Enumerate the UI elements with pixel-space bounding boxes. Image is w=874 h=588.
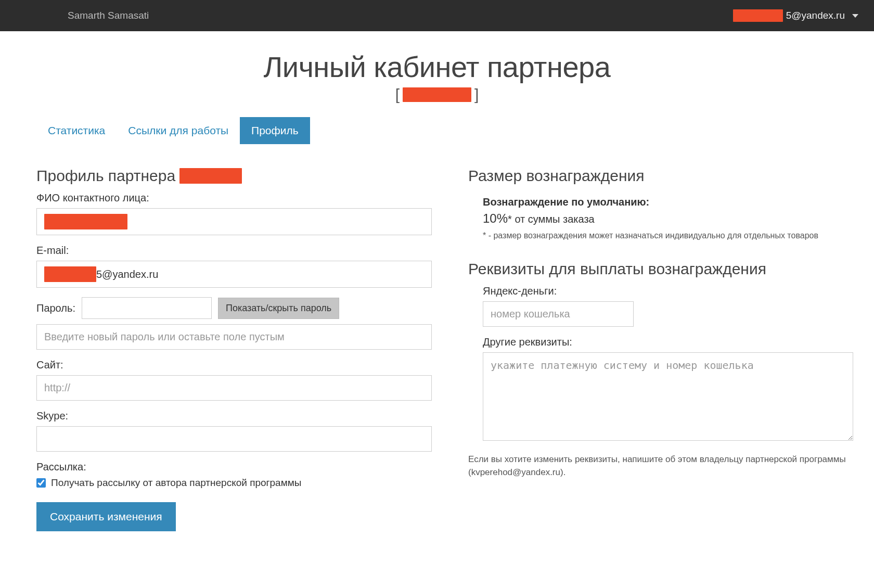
- profile-heading: Профиль партнера: [36, 167, 432, 185]
- site-input[interactable]: [36, 375, 432, 401]
- reward-value: 10%* от суммы заказа: [483, 211, 853, 226]
- other-req-textarea[interactable]: [483, 352, 853, 441]
- toggle-password-button[interactable]: Показать/скрыть пароль: [218, 298, 339, 319]
- topbar: Samarth Samasati 5@yandex.ru: [0, 0, 874, 31]
- sub-bracket-close: ]: [474, 86, 479, 104]
- field-other-requisites: Другие реквизиты:: [483, 336, 853, 443]
- left-column: Профиль партнера ФИО контактного лица: E…: [36, 167, 432, 531]
- right-column: Размер вознаграждения Вознаграждение по …: [468, 167, 853, 531]
- field-email: E-mail: 5@yandex.ru: [36, 245, 432, 288]
- mailing-checkbox-label: Получать рассылку от автора партнерской …: [51, 477, 301, 489]
- tab-profile[interactable]: Профиль: [240, 117, 310, 144]
- save-button[interactable]: Сохранить изменения: [36, 502, 176, 531]
- mailing-label: Рассылка:: [36, 461, 432, 473]
- redacted-user-prefix: [733, 9, 783, 22]
- reward-percent: 10%: [483, 211, 508, 225]
- field-site: Сайт:: [36, 359, 432, 401]
- reward-heading: Размер вознаграждения: [468, 167, 853, 185]
- email-suffix: 5@yandex.ru: [96, 269, 158, 280]
- field-yandex-money: Яндекс-деньги:: [483, 285, 853, 327]
- sub-bracket-open: [: [395, 86, 400, 104]
- reward-note: * - размер вознаграждения может назначат…: [483, 231, 853, 240]
- yandex-wallet-input[interactable]: [483, 301, 634, 327]
- field-mailing: Рассылка: Получать рассылку от автора па…: [36, 461, 432, 489]
- other-req-label: Другие реквизиты:: [483, 336, 853, 348]
- user-email-suffix: 5@yandex.ru: [786, 10, 845, 21]
- fio-input[interactable]: [36, 208, 432, 235]
- content: Профиль партнера ФИО контактного лица: E…: [0, 144, 874, 563]
- brand-name[interactable]: Samarth Samasati: [68, 10, 149, 21]
- requisites-heading: Реквизиты для выплаты вознаграждения: [468, 260, 853, 278]
- email-label: E-mail:: [36, 245, 432, 257]
- password-current-input[interactable]: [82, 297, 212, 319]
- field-password: Пароль: Показать/скрыть пароль: [36, 297, 432, 350]
- reward-percent-suffix: * от суммы заказа: [508, 213, 595, 225]
- reward-default-label: Вознаграждение по умолчанию:: [483, 196, 853, 208]
- redacted-partner-id: [403, 87, 471, 102]
- new-password-input[interactable]: [36, 324, 432, 350]
- fio-label: ФИО контактного лица:: [36, 192, 432, 204]
- field-fio: ФИО контактного лица:: [36, 192, 432, 235]
- profile-heading-prefix: Профиль партнера: [36, 167, 175, 185]
- yandex-label: Яндекс-деньги:: [483, 285, 853, 297]
- site-label: Сайт:: [36, 359, 432, 371]
- page-title: Личный кабинет партнера: [0, 50, 874, 84]
- page-title-block: Личный кабинет партнера [ ]: [0, 50, 874, 104]
- redacted-fio-value: [44, 214, 127, 229]
- chevron-down-icon: [852, 14, 858, 18]
- skype-input[interactable]: [36, 426, 432, 452]
- tab-stats[interactable]: Статистика: [36, 117, 117, 144]
- field-skype: Skype:: [36, 410, 432, 452]
- email-input[interactable]: 5@yandex.ru: [36, 261, 432, 288]
- tab-links[interactable]: Ссылки для работы: [117, 117, 240, 144]
- tabs: Статистика Ссылки для работы Профиль: [36, 117, 874, 144]
- redacted-email-prefix: [44, 266, 96, 282]
- mailing-checkbox[interactable]: [36, 478, 46, 488]
- password-label: Пароль:: [36, 302, 75, 314]
- page-subtitle: [ ]: [0, 86, 874, 104]
- user-menu[interactable]: 5@yandex.ru: [733, 9, 858, 22]
- requisites-change-note: Если вы хотите изменить реквизиты, напиш…: [468, 453, 853, 479]
- redacted-partner-name: [179, 168, 242, 184]
- skype-label: Skype:: [36, 410, 432, 422]
